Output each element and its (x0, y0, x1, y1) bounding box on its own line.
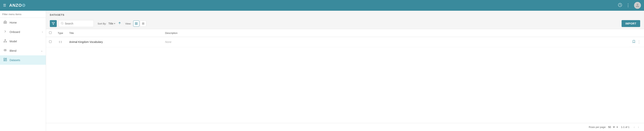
onboard-icon (3, 30, 7, 34)
svg-rect-21 (135, 24, 136, 25)
user-avatar[interactable] (634, 2, 641, 9)
svg-rect-2 (4, 22, 7, 24)
filter-button[interactable] (50, 20, 57, 27)
row-title-cell: Animal Kingdom Vocabulary (66, 37, 162, 47)
search-icon (61, 22, 64, 26)
datasets-table: Type Title Description (46, 29, 644, 47)
row-description-cell: None (162, 37, 629, 47)
sort-field-select[interactable]: Title ▾ (108, 22, 115, 25)
sidebar-item-onboard[interactable]: Onboard › (0, 27, 46, 36)
page-title: DATASETS (46, 11, 644, 18)
view-label: View: (125, 22, 131, 25)
onboard-chevron-icon: › (42, 31, 43, 33)
app-logo: ANZO⊙ (9, 3, 26, 8)
page-info: 1-1 of 1 (621, 126, 630, 128)
type-col-header: Type (55, 29, 66, 37)
sidebar-filter-input[interactable] (2, 13, 44, 16)
svg-point-16 (61, 22, 63, 24)
model-icon (3, 39, 7, 44)
next-page-button[interactable]: › (637, 125, 640, 130)
sidebar-item-datasets[interactable]: Datasets (0, 55, 46, 65)
pagination-bar: Rows per page: 50 25 100 ▾ 1-1 of 1 ‹ › (46, 123, 644, 131)
more-row-options-icon[interactable]: ⋮ (637, 40, 641, 44)
header-left: ☰ ANZO⊙ (3, 3, 26, 8)
sidebar: Home Onboard › (0, 11, 46, 131)
main-content: DATASETS Sort By: Title ▾ (46, 11, 644, 131)
sidebar-item-datasets-label: Datasets (10, 58, 43, 62)
table-header: Type Title Description (46, 29, 644, 37)
toolbar: Sort By: Title ▾ View: (46, 18, 644, 29)
svg-point-1 (636, 4, 638, 5)
sort-by-label: Sort By: (98, 22, 106, 25)
rows-dropdown-icon: ▾ (616, 126, 618, 128)
sort-field-label: Title (108, 22, 113, 25)
grid-view-button[interactable] (133, 20, 139, 26)
history-icon[interactable] (618, 3, 622, 8)
page-navigation: ‹ › (632, 125, 640, 130)
svg-line-17 (63, 24, 63, 24)
row-actions-cell: ⋮ (629, 37, 644, 47)
hamburger-icon[interactable]: ☰ (3, 3, 6, 8)
svg-rect-22 (136, 24, 138, 25)
import-button[interactable]: IMPORT (622, 20, 640, 27)
svg-line-7 (5, 40, 6, 42)
row-checkbox-cell (46, 37, 55, 47)
previous-page-button[interactable]: ‹ (632, 125, 636, 130)
svg-point-10 (5, 50, 6, 51)
rows-per-page-label: Rows per page: (589, 126, 606, 128)
row-type-cell (55, 37, 66, 47)
sidebar-item-home[interactable]: Home (0, 18, 46, 27)
rows-per-page: Rows per page: 50 25 100 ▾ (589, 126, 618, 129)
table-row: Animal Kingdom Vocabulary None ⋮ (46, 37, 644, 47)
svg-rect-13 (6, 60, 7, 61)
home-icon (3, 20, 7, 25)
table-container: Type Title Description (46, 29, 644, 123)
svg-line-6 (4, 40, 5, 42)
sidebar-item-model-label: Model (10, 40, 43, 43)
header-right: ⋮ (618, 2, 641, 9)
svg-rect-12 (6, 58, 7, 59)
table-body: Animal Kingdom Vocabulary None ⋮ (46, 37, 644, 47)
dataset-type-icon (58, 40, 63, 44)
list-view-button[interactable] (140, 20, 146, 26)
more-options-icon[interactable]: ⋮ (626, 3, 630, 8)
view-toggle (133, 20, 146, 26)
row-checkbox[interactable] (49, 40, 52, 43)
svg-rect-20 (136, 22, 138, 23)
sidebar-item-home-label: Home (10, 21, 43, 24)
blend-icon (3, 48, 7, 53)
svg-marker-15 (52, 22, 54, 25)
app-header: ☰ ANZO⊙ ⋮ (0, 0, 644, 11)
search-input[interactable] (65, 22, 92, 25)
svg-rect-19 (135, 22, 136, 23)
sidebar-filter (0, 11, 46, 18)
sidebar-item-blend[interactable]: Blend ⌄ (0, 46, 46, 55)
sort-chevron-icon: ▾ (114, 22, 115, 25)
svg-rect-14 (4, 60, 5, 61)
sidebar-item-blend-label: Blend (10, 49, 38, 52)
sort-direction-icon[interactable] (118, 22, 121, 26)
sidebar-item-onboard-label: Onboard (10, 30, 40, 34)
select-all-checkbox[interactable] (49, 32, 52, 34)
sidebar-item-model[interactable]: Model (0, 36, 46, 46)
actions-col-header (629, 29, 644, 37)
search-box (59, 20, 94, 27)
title-col-header: Title (66, 29, 162, 37)
description-col-header: Description (162, 29, 629, 37)
svg-point-3 (5, 40, 5, 40)
app-layout: Home Onboard › (0, 11, 644, 131)
datasets-icon (3, 58, 7, 62)
rows-per-page-select[interactable]: 50 25 100 (608, 126, 616, 129)
svg-rect-11 (4, 58, 5, 60)
select-all-header (46, 29, 55, 37)
bookmark-icon[interactable] (632, 40, 636, 44)
blend-chevron-icon: ⌄ (41, 50, 43, 52)
